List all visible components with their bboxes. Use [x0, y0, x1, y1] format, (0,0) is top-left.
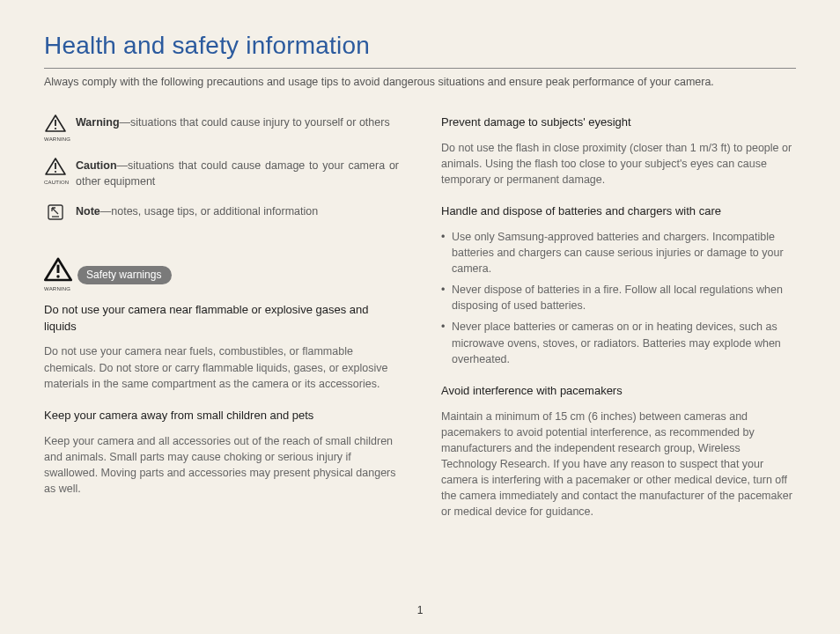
battery-list: Use only Samsung-approved batteries and …	[441, 229, 796, 367]
definition-warning-text: Warning—situations that could cause inju…	[76, 114, 399, 130]
page-number: 1	[0, 603, 840, 618]
subheading-children: Keep your camera away from small childre…	[44, 408, 399, 424]
para-children: Keep your camera and all accessories out…	[44, 433, 399, 498]
note-icon	[44, 203, 67, 225]
list-item: Never place batteries or cameras on or i…	[441, 319, 796, 366]
list-item: Use only Samsung-approved batteries and …	[441, 229, 796, 276]
list-item: Never dispose of batteries in a fire. Fo…	[441, 282, 796, 313]
page-title: Health and safety information	[44, 28, 796, 64]
caution-desc: —situations that could cause damage to y…	[76, 159, 399, 188]
warning-term: Warning	[76, 116, 120, 129]
note-desc: —notes, usage tips, or additional inform…	[100, 205, 318, 217]
definition-caution: CAUTION Caution—situations that could ca…	[44, 158, 399, 189]
subheading-eyesight: Prevent damage to subjects' eyesight	[441, 114, 796, 131]
para-eyesight: Do not use the flash in close proximity …	[441, 140, 796, 188]
definition-caution-text: Caution—situations that could cause dama…	[76, 158, 399, 189]
para-pacemakers: Maintain a minimum of 15 cm (6 inches) b…	[441, 409, 796, 520]
definition-note: Note—notes, usage tips, or additional in…	[44, 203, 399, 225]
warning-icon-label: WARNING	[44, 136, 67, 144]
caution-term: Caution	[76, 159, 117, 172]
title-rule	[44, 68, 796, 69]
right-column: Prevent damage to subjects' eyesight Do …	[441, 114, 796, 529]
safety-warnings-badge: Safety warnings	[77, 266, 172, 284]
caution-icon: CAUTION	[44, 158, 67, 187]
caution-icon-label: CAUTION	[44, 179, 67, 187]
definition-note-text: Note—notes, usage tips, or additional in…	[76, 203, 399, 219]
subheading-batteries: Handle and dispose of batteries and char…	[441, 203, 796, 220]
safety-warnings-icon: WARNING	[44, 257, 72, 293]
safety-warnings-header: WARNING Safety warnings	[44, 257, 399, 293]
content-columns: WARNING Warning—situations that could ca…	[44, 114, 796, 529]
left-column: WARNING Warning—situations that could ca…	[44, 114, 399, 529]
warning-icon: WARNING	[44, 114, 67, 144]
para-flammable: Do not use your camera near fuels, combu…	[44, 343, 399, 391]
safety-warnings-icon-label: WARNING	[44, 285, 72, 293]
subheading-pacemakers: Avoid interference with pacemakers	[441, 383, 796, 400]
warning-desc: —situations that could cause injury to y…	[120, 116, 390, 129]
svg-point-3	[55, 170, 56, 172]
definition-warning: WARNING Warning—situations that could ca…	[44, 114, 399, 144]
svg-point-7	[56, 275, 59, 277]
intro-text: Always comply with the following precaut…	[44, 74, 796, 90]
svg-point-1	[55, 128, 56, 129]
note-term: Note	[76, 205, 100, 217]
subheading-flammable: Do not use your camera near flammable or…	[44, 302, 399, 335]
